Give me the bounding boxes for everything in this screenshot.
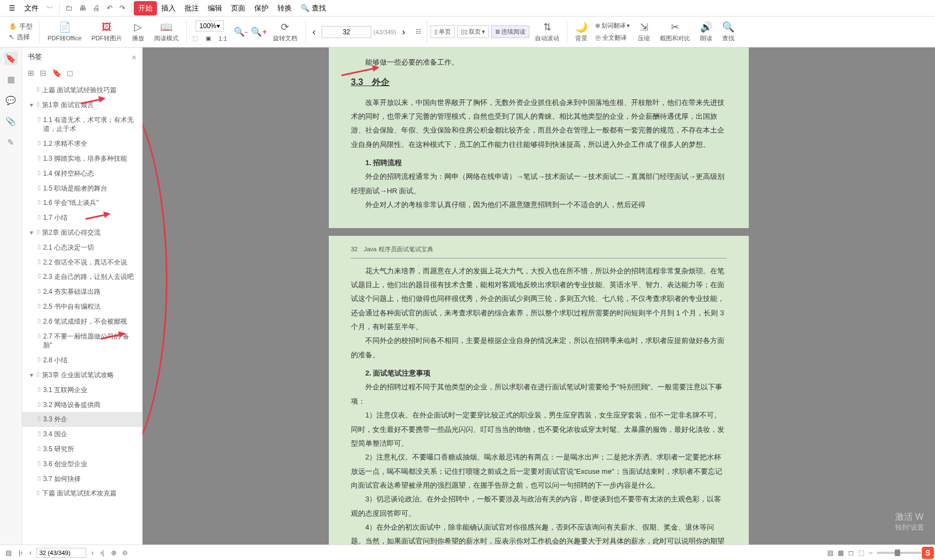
bookmark-item[interactable]: ▯1.6 学会"纸上谈兵" [22, 196, 142, 210]
bookmark-tab-icon[interactable]: 🔖 [4, 52, 18, 65]
sb-first-page[interactable]: |‹ [17, 549, 24, 557]
tab-edit[interactable]: 编辑 [203, 1, 227, 15]
rotate-doc[interactable]: ⟳旋转文档 [269, 20, 302, 44]
pdf-to-office[interactable]: 📄PDF转Office [43, 20, 86, 44]
prev-page[interactable]: ‹ [309, 25, 319, 39]
sb-view-4[interactable]: ⬚ [858, 549, 864, 557]
bookmark-item[interactable]: ▯3.2 网络设备提供商 [22, 398, 142, 413]
play-button[interactable]: ▷播放 [128, 20, 149, 44]
read-mode[interactable]: 📖阅读模式 [150, 20, 183, 44]
bookmark-item[interactable]: ▯下篇 面试笔试技术攻克篇 [22, 486, 142, 501]
sb-zoom-slider[interactable] [877, 552, 921, 554]
bookmark-item[interactable]: ▯1.2 求精不求全 [22, 136, 142, 151]
open-folder-icon[interactable]: 🗀 [62, 2, 76, 14]
single-page[interactable]: ▯ 单页 [430, 25, 455, 38]
zoom-out-icon[interactable]: 🔍- [234, 27, 248, 37]
search-menu[interactable]: 🔍 查找 [296, 1, 330, 15]
save-icon[interactable]: 🖶 [76, 2, 90, 14]
doc-text: 3）切忌谈论政治。在外企招聘中，一般不要涉及与政治有关的内容，即使谈到也不要带有… [351, 492, 727, 520]
compress[interactable]: ⇲压缩 [633, 20, 654, 44]
sb-last-page[interactable]: ›| [98, 549, 106, 557]
sb-minus[interactable]: ⊖ [122, 549, 128, 557]
fit-page-icon[interactable]: ▣ [203, 34, 213, 43]
bookmark-item[interactable]: ▯1.5 职场是能者的舞台 [22, 181, 142, 196]
bookmark-item[interactable]: ▾▯第3章 企业面试笔试攻略 [22, 368, 142, 383]
auto-scroll[interactable]: ⇅自动滚动 [530, 20, 564, 44]
doc-text: 4）在外企的初次面试中，除非能确认面试官对你很感兴趣，否则不应该询问有关薪水、假… [351, 520, 727, 545]
word-translate[interactable]: ⊕ 划词翻译 ▾ [593, 20, 632, 31]
background[interactable]: 🌙背景 [571, 20, 592, 44]
bookmark-item[interactable]: ▾▯第1章 面试官箴言 [22, 98, 142, 113]
bookmark-item[interactable]: ▯2.3 走自己的路，让别人去说吧 [22, 270, 142, 284]
sogou-ime-icon[interactable]: S [922, 547, 934, 559]
full-translate[interactable]: ㊥ 全文翻译 [593, 33, 632, 43]
sb-view-3[interactable]: ◻ [848, 549, 854, 557]
comment-tab-icon[interactable]: 💬 [4, 94, 18, 107]
sb-view-1[interactable]: ▤ [827, 549, 833, 557]
doc-text: 外企的招聘流程通常为：网申（网络在线申请）→笔试→技术面试一→技术面试二→直属部… [351, 170, 727, 198]
chevron-down-icon[interactable]: ﹀ [43, 1, 57, 15]
file-menu[interactable]: 文件 [20, 1, 43, 15]
bookmark-item[interactable]: ▯2.1 心态决定一切 [22, 240, 142, 255]
redo-icon[interactable]: ↷ [116, 2, 129, 14]
bookmark-item[interactable]: ▯1.4 保持空杯心态 [22, 166, 142, 181]
bm-tool-3[interactable]: 🔖 [52, 68, 61, 77]
thumbnail-tab-icon[interactable]: ▦ [4, 73, 18, 86]
bookmark-item[interactable]: ▯3.7 如何抉择 [22, 472, 142, 487]
pdf-to-image[interactable]: 🖼PDF转图片 [87, 20, 127, 44]
double-page[interactable]: ▯▯ 双页 ▾ [457, 25, 489, 38]
close-panel-icon[interactable]: × [132, 52, 136, 62]
hand-tool[interactable]: ✋ 手型 [9, 22, 33, 31]
read-aloud[interactable]: 🔊朗读 [696, 20, 717, 44]
bookmark-item[interactable]: ▯2.8 小结 [22, 353, 142, 368]
attachment-tab-icon[interactable]: 📎 [4, 115, 18, 128]
select-tool[interactable]: ↖ 选择 [9, 33, 33, 42]
bookmark-item[interactable]: ▯3.6 创业型企业 [22, 457, 142, 472]
bm-tool-1[interactable]: ⊞ [28, 68, 34, 77]
zoom-in-icon[interactable]: 🔍+ [251, 27, 267, 37]
tab-start[interactable]: 开始 [134, 1, 157, 15]
bookmark-item[interactable]: ▯3.5 研究所 [22, 442, 142, 457]
thumbnails-icon[interactable]: ☷ [413, 27, 423, 36]
tab-protect[interactable]: 保护 [250, 1, 273, 15]
bookmark-item[interactable]: ▯2.7 不要一厢情愿做公司的"备胎" [22, 329, 142, 353]
sb-next-page[interactable]: › [90, 549, 95, 557]
sb-zoom-out[interactable]: − [869, 549, 873, 557]
bookmark-item[interactable]: ▯上篇 面试笔试经验技巧篇 [22, 83, 142, 98]
actual-size-icon[interactable]: 1:1 [217, 34, 229, 43]
crop-compare[interactable]: ✂截图和对比 [655, 20, 695, 44]
find-tool[interactable]: 🔍查找 [718, 20, 739, 44]
bookmark-item[interactable]: ▯2.4 夯实基础谋出路 [22, 284, 142, 299]
sb-view-2[interactable]: ▦ [838, 549, 844, 557]
page-input[interactable] [322, 26, 371, 38]
bookmark-item[interactable]: ▯3.4 国企 [22, 427, 142, 442]
signature-tab-icon[interactable]: ✎ [4, 136, 18, 149]
sb-page-input[interactable] [36, 548, 86, 558]
tab-convert[interactable]: 转换 [273, 1, 296, 15]
print-icon[interactable]: 🖨 [90, 2, 103, 14]
bm-tool-2[interactable]: ⊟ [40, 68, 46, 77]
tab-insert[interactable]: 插入 [157, 1, 180, 15]
bookmark-item[interactable]: ▯1.7 小结 [22, 210, 142, 225]
next-page[interactable]: › [398, 25, 409, 39]
undo-icon[interactable]: ↶ [103, 2, 116, 14]
bookmark-item[interactable]: ▯3.3 外企 [22, 412, 142, 427]
tab-annotate[interactable]: 批注 [180, 1, 203, 15]
bookmark-item[interactable]: ▯2.5 书中自有编程法 [22, 299, 142, 314]
bookmark-item[interactable]: ▯1.1 有道无术，术可求；有术无道，止于术 [22, 113, 142, 137]
sb-icon[interactable]: ▤ [6, 549, 12, 557]
hamburger-icon[interactable]: ☰ [4, 2, 20, 14]
bookmark-item[interactable]: ▯2.6 笔试成绩好，不会被鄙视 [22, 314, 142, 329]
fit-width-icon[interactable]: ⬚ [190, 34, 200, 43]
bookmark-item[interactable]: ▯3.1 互联网企业 [22, 383, 142, 398]
bookmark-item[interactable]: ▾▯第2章 面试心得交流 [22, 225, 142, 240]
sb-prev-page[interactable]: ‹ [28, 549, 33, 557]
bookmark-item[interactable]: ▯2.2 假话全不说，真话不全说 [22, 255, 142, 270]
continuous-read[interactable]: ≣ 连续阅读 [491, 25, 529, 38]
tab-page[interactable]: 页面 [227, 1, 250, 15]
zoom-select[interactable]: 100% ▾ [196, 20, 224, 31]
doc-subheading: 2. 面试笔试注意事项 [351, 366, 727, 380]
sb-plus[interactable]: ⊕ [111, 549, 117, 557]
bm-tool-4[interactable]: ◻ [67, 68, 73, 77]
bookmark-item[interactable]: ▯1.3 脚踏实地，培养多种技能 [22, 151, 142, 166]
